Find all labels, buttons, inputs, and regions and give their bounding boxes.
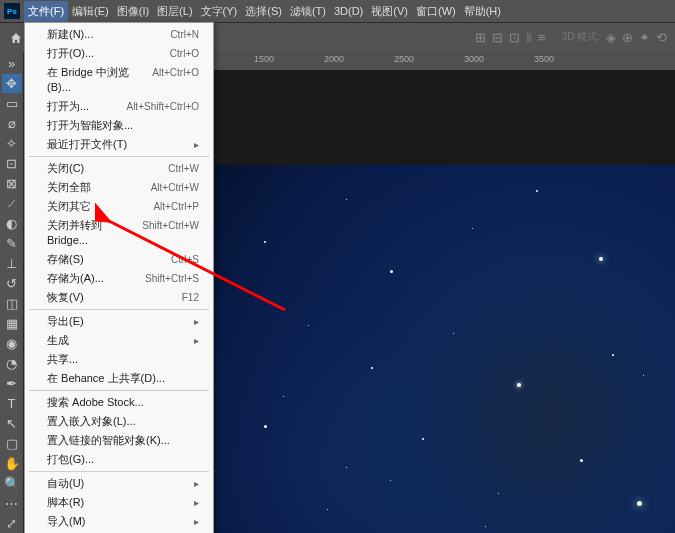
menu-item-shortcut: Alt+Ctrl+O (152, 65, 199, 95)
zoom-tool[interactable]: 🔍 (2, 474, 22, 493)
menu-type[interactable]: 文字(Y) (197, 1, 242, 22)
menu-file[interactable]: 文件(F) (24, 1, 68, 22)
menu-item-label: 导入(M) (47, 514, 86, 529)
menu-item-shortcut: F12 (182, 290, 199, 305)
menu-item[interactable]: 关闭并转到 Bridge...Shift+Ctrl+W (25, 216, 213, 250)
gradient-tool[interactable]: ▦ (2, 314, 22, 333)
menu-item-shortcut: Ctrl+W (168, 161, 199, 176)
mode-label: 3D 模式: (562, 30, 600, 46)
ruler-tick: 2000 (324, 54, 344, 64)
menu-item[interactable]: 搜索 Adobe Stock... (25, 393, 213, 412)
wand-tool[interactable]: ✧ (2, 134, 22, 153)
dodge-tool[interactable]: ◔ (2, 354, 22, 373)
menu-item[interactable]: 新建(N)...Ctrl+N (25, 25, 213, 44)
menu-item-label: 脚本(R) (47, 495, 84, 510)
path-tool[interactable]: ↖ (2, 414, 22, 433)
menu-item-label: 新建(N)... (47, 27, 93, 42)
main-menubar: Ps 文件(F) 编辑(E) 图像(I) 图层(L) 文字(Y) 选择(S) 滤… (0, 0, 675, 22)
align-icon[interactable]: ⫴ (526, 30, 532, 46)
menu-item-shortcut: Ctrl+N (170, 27, 199, 42)
menu-item[interactable]: 置入嵌入对象(L)... (25, 412, 213, 431)
stamp-tool[interactable]: ⊥ (2, 254, 22, 273)
menu-item[interactable]: 关闭(C)Ctrl+W (25, 159, 213, 178)
menu-item[interactable]: 置入链接的智能对象(K)... (25, 431, 213, 450)
eyedropper-tool[interactable]: ⟋ (2, 194, 22, 213)
menu-item[interactable]: 共享... (25, 350, 213, 369)
move-tool[interactable]: ✥ (2, 74, 22, 93)
menu-item-label: 恢复(V) (47, 290, 84, 305)
menu-item[interactable]: 存储为(A)...Shift+Ctrl+S (25, 269, 213, 288)
menu-item[interactable]: 存储(S)Ctrl+S (25, 250, 213, 269)
collapse-icon[interactable]: » (2, 54, 22, 73)
menu-item[interactable]: 关闭全部Alt+Ctrl+W (25, 178, 213, 197)
align-icon[interactable]: ⊟ (492, 30, 503, 46)
heal-tool[interactable]: ◐ (2, 214, 22, 233)
menu-item[interactable]: 脚本(R)▸ (25, 493, 213, 512)
menu-image[interactable]: 图像(I) (113, 1, 153, 22)
marquee-tool[interactable]: ▭ (2, 94, 22, 113)
rect-tool[interactable]: ▢ (2, 434, 22, 453)
menu-item-label: 置入链接的智能对象(K)... (47, 433, 170, 448)
menu-item-label: 关闭(C) (47, 161, 84, 176)
menu-window[interactable]: 窗口(W) (412, 1, 460, 22)
frame-tool[interactable]: ⊠ (2, 174, 22, 193)
more-tool[interactable]: ⋯ (2, 494, 22, 513)
menu-help[interactable]: 帮助(H) (460, 1, 505, 22)
menu-item[interactable]: 打开(O)...Ctrl+O (25, 44, 213, 63)
menu-item[interactable]: 在 Behance 上共享(D)... (25, 369, 213, 388)
menu-item[interactable]: 自动(U)▸ (25, 474, 213, 493)
3d-icon[interactable]: ⟲ (656, 30, 667, 46)
blur-tool[interactable]: ◉ (2, 334, 22, 353)
menu-item-shortcut: ▸ (194, 495, 199, 510)
menu-view[interactable]: 视图(V) (367, 1, 412, 22)
brush-tool[interactable]: ✎ (2, 234, 22, 253)
menu-item-shortcut: Shift+Ctrl+S (145, 271, 199, 286)
crop-tool[interactable]: ⊡ (2, 154, 22, 173)
menu-item[interactable]: 导出(E)▸ (25, 312, 213, 331)
3d-icon[interactable]: ◈ (606, 30, 616, 46)
menu-item[interactable]: 生成▸ (25, 331, 213, 350)
menu-item-label: 置入嵌入对象(L)... (47, 414, 136, 429)
menu-item-label: 关闭全部 (47, 180, 91, 195)
menu-item[interactable]: 打包(G)... (25, 450, 213, 469)
menu-item-label: 关闭并转到 Bridge... (47, 218, 142, 248)
menu-item-label: 共享... (47, 352, 78, 367)
menu-item-label: 生成 (47, 333, 69, 348)
history-tool[interactable]: ↺ (2, 274, 22, 293)
menu-item[interactable]: 恢复(V)F12 (25, 288, 213, 307)
hand-tool[interactable]: ✋ (2, 454, 22, 473)
menu-item[interactable]: 最近打开文件(T)▸ (25, 135, 213, 154)
menu-item-shortcut: Shift+Ctrl+W (142, 218, 199, 248)
pen-tool[interactable]: ✒ (2, 374, 22, 393)
eraser-tool[interactable]: ◫ (2, 294, 22, 313)
align-icon[interactable]: ⊞ (475, 30, 486, 46)
menu-item[interactable]: 打开为智能对象... (25, 116, 213, 135)
menu-filter[interactable]: 滤镜(T) (286, 1, 330, 22)
menu-item-shortcut: Alt+Shift+Ctrl+O (126, 99, 199, 114)
menu-item-label: 打开(O)... (47, 46, 94, 61)
3d-icon[interactable]: ✦ (639, 30, 650, 46)
ruler-tick: 2500 (394, 54, 414, 64)
menu-item-label: 打包(G)... (47, 452, 94, 467)
align-icon[interactable]: ⊡ (509, 30, 520, 46)
align-icon[interactable]: ≡ (538, 30, 546, 46)
menu-3d[interactable]: 3D(D) (330, 2, 367, 20)
menu-item[interactable]: 在 Bridge 中浏览(B)...Alt+Ctrl+O (25, 63, 213, 97)
swap-colors-icon[interactable]: ⤢ (2, 514, 22, 533)
3d-icon[interactable]: ⊕ (622, 30, 633, 46)
menu-item[interactable]: 打开为...Alt+Shift+Ctrl+O (25, 97, 213, 116)
menu-item-shortcut: Ctrl+S (171, 252, 199, 267)
menu-item-shortcut: Alt+Ctrl+W (151, 180, 199, 195)
lasso-tool[interactable]: ⌀ (2, 114, 22, 133)
menu-edit[interactable]: 编辑(E) (68, 1, 113, 22)
menu-item[interactable]: 关闭其它Alt+Ctrl+P (25, 197, 213, 216)
menu-item-shortcut: ▸ (194, 333, 199, 348)
type-tool[interactable]: T (2, 394, 22, 413)
menu-item[interactable]: 导入(M)▸ (25, 512, 213, 531)
menu-separator (29, 471, 209, 472)
tool-palette: » ✥ ▭ ⌀ ✧ ⊡ ⊠ ⟋ ◐ ✎ ⊥ ↺ ◫ ▦ ◉ ◔ ✒ T ↖ ▢ … (0, 52, 24, 533)
home-icon[interactable] (8, 30, 24, 46)
menu-item-label: 打开为... (47, 99, 89, 114)
menu-select[interactable]: 选择(S) (241, 1, 286, 22)
menu-layer[interactable]: 图层(L) (153, 1, 196, 22)
